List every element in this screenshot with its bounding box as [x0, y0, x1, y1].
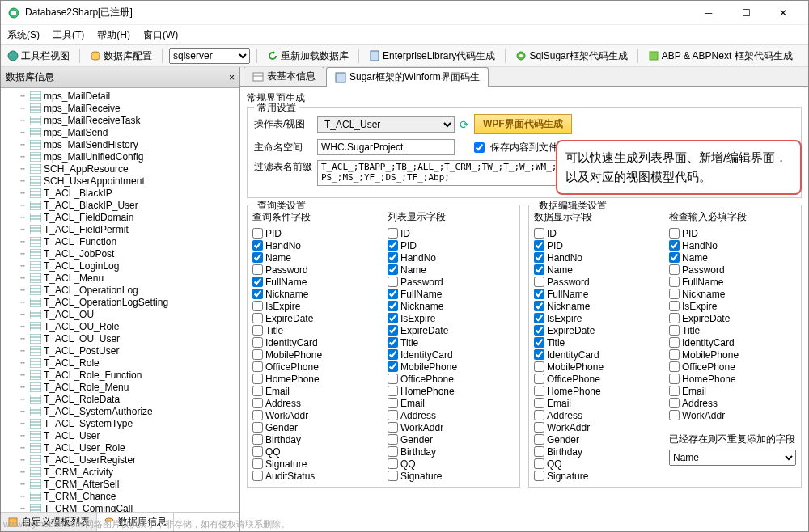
field-checkbox[interactable]: Nickname	[388, 300, 515, 312]
field-checkbox[interactable]: FullName	[252, 276, 379, 288]
field-checkbox[interactable]: IdentityCard	[252, 336, 379, 348]
field-checkbox[interactable]: HomePhone	[534, 385, 661, 397]
menu-window[interactable]: 窗口(W)	[143, 28, 178, 42]
menu-tools[interactable]: 工具(T)	[53, 28, 84, 42]
field-checkbox[interactable]: IsExpire	[534, 312, 661, 324]
tree-item[interactable]: T_ACL_LoginLog	[2, 260, 239, 272]
tree-item[interactable]: mps_MailSend	[2, 126, 239, 138]
field-checkbox[interactable]: Email	[388, 397, 515, 409]
wpf-generate-button[interactable]: WPF界面代码生成	[474, 114, 572, 134]
existing-field-select[interactable]: Name	[669, 450, 796, 466]
tree-item[interactable]: T_ACL_OperationLogSetting	[2, 296, 239, 308]
tree-item[interactable]: T_ACL_User	[2, 429, 239, 441]
field-checkbox[interactable]: MobilePhone	[252, 348, 379, 361]
field-checkbox[interactable]: PID	[534, 239, 661, 251]
field-checkbox[interactable]: FullName	[388, 288, 515, 300]
tree-item[interactable]: T_ACL_FieldDomain	[2, 211, 239, 223]
field-checkbox[interactable]: ExpireDate	[252, 312, 379, 324]
field-checkbox[interactable]: Email	[252, 385, 379, 397]
field-checkbox[interactable]: Birthday	[388, 445, 515, 458]
field-checkbox[interactable]: Signature	[534, 470, 661, 482]
field-checkbox[interactable]: WorkAddr	[252, 409, 379, 421]
tree-item[interactable]: T_ACL_PostUser	[2, 344, 239, 357]
field-checkbox[interactable]: ID	[534, 227, 661, 239]
field-checkbox[interactable]: Signature	[388, 470, 515, 482]
field-checkbox[interactable]: OfficePhone	[669, 361, 796, 373]
db-type-select[interactable]: sqlserver	[169, 48, 250, 64]
field-checkbox[interactable]: IdentityCard	[669, 336, 796, 348]
field-checkbox[interactable]: Nickname	[534, 300, 661, 312]
field-checkbox[interactable]: ExpireDate	[388, 324, 515, 336]
field-checkbox[interactable]: HomePhone	[252, 373, 379, 385]
field-checkbox[interactable]: PID	[669, 227, 796, 239]
tree-item[interactable]: T_CRM_Chance	[2, 490, 239, 502]
field-checkbox[interactable]: Address	[534, 409, 661, 421]
field-checkbox[interactable]: Address	[252, 397, 379, 409]
enterprise-button[interactable]: EnterpriseLibrary代码生成	[366, 48, 498, 65]
field-checkbox[interactable]: Gender	[534, 433, 661, 445]
field-checkbox[interactable]: QQ	[534, 458, 661, 470]
tree-item[interactable]: mps_MailUnifiedConfig	[2, 150, 239, 163]
abp-button[interactable]: ABP & ABPNext 框架代码生成	[645, 48, 796, 65]
field-checkbox[interactable]: MobilePhone	[534, 361, 661, 373]
tree-item[interactable]: T_ACL_Role_Function	[2, 369, 239, 381]
field-checkbox[interactable]: Password	[388, 276, 515, 288]
field-checkbox[interactable]: QQ	[252, 445, 379, 458]
tree-item[interactable]: mps_MailSendHistory	[2, 138, 239, 150]
tree-item[interactable]: T_ACL_Function	[2, 235, 239, 247]
field-checkbox[interactable]: Nickname	[252, 288, 379, 300]
tree-item[interactable]: T_ACL_SystemType	[2, 417, 239, 429]
close-button[interactable]: ✕	[765, 1, 802, 25]
tree-item[interactable]: T_ACL_UserRegister	[2, 454, 239, 466]
field-checkbox[interactable]: OfficePhone	[252, 361, 379, 373]
tree-item[interactable]: T_CRM_AfterSell	[2, 478, 239, 490]
tree-item[interactable]: T_ACL_JobPost	[2, 247, 239, 260]
field-checkbox[interactable]: HomePhone	[669, 373, 796, 385]
field-checkbox[interactable]: OfficePhone	[534, 373, 661, 385]
field-checkbox[interactable]: Title	[534, 336, 661, 348]
sqlsugar-button[interactable]: SqlSugar框架代码生成	[512, 48, 630, 65]
tab-sugar-winform[interactable]: Sugar框架的Winform界面码生	[326, 67, 489, 87]
field-checkbox[interactable]: Nickname	[669, 288, 796, 300]
field-checkbox[interactable]: PID	[252, 227, 379, 239]
field-checkbox[interactable]: Title	[669, 324, 796, 336]
field-checkbox[interactable]: IsExpire	[252, 300, 379, 312]
field-checkbox[interactable]: Title	[388, 336, 515, 348]
tree-item[interactable]: T_ACL_Role_Menu	[2, 381, 239, 393]
field-checkbox[interactable]: IsExpire	[669, 300, 796, 312]
field-checkbox[interactable]: Email	[669, 385, 796, 397]
tree-item[interactable]: mps_MailReceive	[2, 102, 239, 114]
field-checkbox[interactable]: PID	[388, 239, 515, 251]
field-checkbox[interactable]: Name	[669, 251, 796, 264]
field-checkbox[interactable]: HandNo	[669, 239, 796, 251]
field-checkbox[interactable]: WorkAddr	[388, 421, 515, 433]
field-checkbox[interactable]: ExpireDate	[669, 312, 796, 324]
field-checkbox[interactable]: ID	[388, 227, 515, 239]
tree-item[interactable]: T_ACL_Role	[2, 357, 239, 369]
tab-basic-info[interactable]: 表基本信息	[244, 67, 324, 86]
tree-item[interactable]: T_ACL_Menu	[2, 272, 239, 284]
op-table-select[interactable]: T_ACL_User	[317, 116, 455, 133]
field-checkbox[interactable]: HandNo	[252, 239, 379, 251]
field-checkbox[interactable]: HomePhone	[388, 385, 515, 397]
tree-item[interactable]: T_ACL_BlackIP_User	[2, 199, 239, 211]
tree-item[interactable]: T_ACL_OU_User	[2, 332, 239, 344]
field-checkbox[interactable]: AuditStatus	[252, 470, 379, 482]
tree-item[interactable]: mps_MailReceiveTask	[2, 114, 239, 126]
field-checkbox[interactable]: MobilePhone	[669, 348, 796, 361]
maximize-button[interactable]: ☐	[727, 1, 765, 25]
menu-system[interactable]: 系统(S)	[7, 28, 40, 42]
tree-item[interactable]: T_ACL_OU	[2, 308, 239, 320]
reload-db-button[interactable]: 重新加载数据库	[264, 48, 352, 65]
field-checkbox[interactable]: Address	[669, 397, 796, 409]
field-checkbox[interactable]: Address	[388, 409, 515, 421]
field-checkbox[interactable]: HandNo	[388, 251, 515, 264]
refresh-table-icon[interactable]: ⟳	[460, 118, 469, 131]
tree-item[interactable]: T_ACL_RoleData	[2, 393, 239, 405]
db-tree[interactable]: mps_MailDetailmps_MailReceivemps_MailRec…	[1, 88, 239, 512]
field-checkbox[interactable]: Password	[252, 264, 379, 276]
tree-item[interactable]: SCH_AppResource	[2, 163, 239, 175]
field-checkbox[interactable]: Birthday	[252, 433, 379, 445]
field-checkbox[interactable]: Signature	[252, 458, 379, 470]
tree-item[interactable]: T_ACL_SystemAuthorize	[2, 405, 239, 417]
